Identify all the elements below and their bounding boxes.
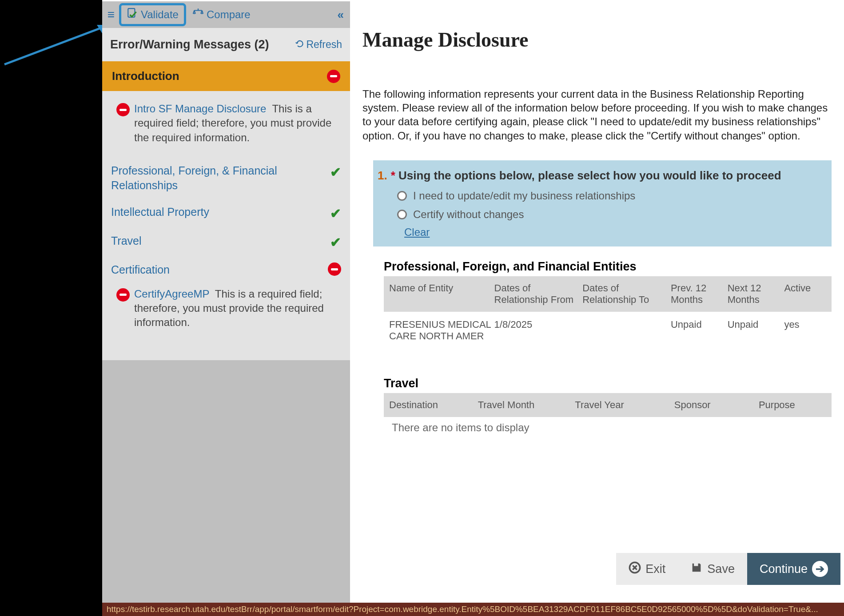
sidebar-body: Intro SF Manage Disclosure This is a req… [102,91,350,360]
intro-text: The following information represents you… [362,87,832,143]
refresh-icon [295,39,304,51]
error-icon [328,262,341,276]
col-header: Purpose [759,399,826,411]
col-header: Dates of Relationship To [582,282,671,306]
col-header: Travel Month [478,399,575,411]
refresh-button[interactable]: Refresh [295,39,342,51]
col-header: Sponsor [674,399,759,411]
question-block: 1. * Using the options below, please sel… [373,160,832,246]
col-header: Next 12 Months [728,282,784,306]
continue-label: Continue [760,562,808,576]
radio-option-update[interactable]: I need to update/edit my business relati… [397,190,822,202]
travel-table: Destination Travel Month Travel Year Spo… [384,393,832,434]
required-star: * [391,169,395,182]
compare-button[interactable]: Compare [192,8,251,22]
radio-icon [397,191,407,201]
exit-button[interactable]: Exit [616,553,678,585]
sidebar-item-ip[interactable]: Intellectual Property ✔ [111,199,341,227]
continue-button[interactable]: Continue ➔ [747,553,840,585]
main-content: Manage Disclosure The following informat… [350,1,844,603]
sidebar-item-label: Certification [111,262,328,277]
radio-icon [397,210,407,219]
sidebar-item-travel[interactable]: Travel ✔ [111,227,341,256]
check-icon: ✔ [330,206,341,221]
sidebar-item-label: Travel [111,234,330,248]
left-black-margin [0,0,102,616]
cell: FRESENIUS MEDICAL CARE NORTH AMER [389,319,494,342]
cell: Unpaid [728,319,784,342]
cell: 1/8/2025 [494,319,583,342]
save-icon [690,561,703,577]
question-number: 1. [378,168,387,183]
table-row[interactable]: FRESENIUS MEDICAL CARE NORTH AMER 1/8/20… [384,312,832,349]
radio-option-certify[interactable]: Certify without changes [397,208,822,221]
col-header: Destination [389,399,478,411]
travel-empty-message: There are no items to display [384,417,832,434]
check-icon: ✔ [330,234,341,250]
sidebar-toolbar: ≡ Validate Compare « [102,1,350,28]
clear-link[interactable]: Clear [404,226,430,238]
col-header: Prev. 12 Months [671,282,728,306]
status-bar: https://testirb.research.utah.edu/testBr… [102,603,844,616]
refresh-label: Refresh [306,39,342,51]
pfe-section-title: Professional, Foreign, and Financial Ent… [384,260,832,274]
menu-icon[interactable]: ≡ [102,1,120,28]
radio-label: Certify without changes [413,208,524,221]
close-circle-icon [629,561,641,577]
col-header: Active [784,282,826,306]
error-detail-certification: CertifyAgreeMP This is a required field;… [116,287,341,330]
table-header-row: Name of Entity Dates of Relationship Fro… [384,276,832,312]
col-header: Travel Year [575,399,674,411]
error-icon [327,70,340,83]
pfe-table: Name of Entity Dates of Relationship Fro… [384,276,832,349]
footer-buttons: Exit Save Continue ➔ [616,553,840,585]
cell [582,319,671,342]
exit-label: Exit [645,562,665,576]
status-url: https://testirb.research.utah.edu/testBr… [107,604,818,614]
check-icon: ✔ [330,164,341,180]
sidebar-section-introduction[interactable]: Introduction [102,61,350,91]
error-detail-intro: Intro SF Manage Disclosure This is a req… [116,102,341,145]
sidebar-item-label: Intellectual Property [111,205,330,219]
page-title: Manage Disclosure [362,28,832,52]
save-button[interactable]: Save [678,553,747,585]
save-label: Save [707,562,735,576]
error-name[interactable]: Intro SF Manage Disclosure [134,103,266,115]
radio-label: I need to update/edit my business relati… [413,190,635,202]
sidebar-item-professional[interactable]: Professional, Foreign, & Financial Relat… [111,157,341,199]
validate-icon [127,8,138,22]
validate-button[interactable]: Validate [119,3,186,26]
error-name[interactable]: CertifyAgreeMP [134,288,209,300]
question-heading: 1. * Using the options below, please sel… [378,168,822,183]
sidebar: Error/Warning Messages (2) Refresh Intro… [102,28,350,603]
col-header: Dates of Relationship From [494,282,583,306]
sidebar-item-certification[interactable]: Certification [111,256,341,283]
sidebar-header: Error/Warning Messages (2) Refresh [102,28,350,61]
question-text: Using the options below, please select h… [398,169,781,182]
cell: Unpaid [671,319,728,342]
error-icon [116,103,130,116]
travel-section-title: Travel [384,377,832,390]
arrow-right-icon: ➔ [812,561,828,577]
cell: yes [784,319,826,342]
sidebar-item-label: Professional, Foreign, & Financial Relat… [111,163,330,192]
sidebar-title: Error/Warning Messages (2) [110,38,295,52]
compare-icon [192,8,204,22]
collapse-sidebar-icon[interactable]: « [338,8,344,22]
table-header-row: Destination Travel Month Travel Year Spo… [384,393,832,417]
col-header: Name of Entity [389,282,494,306]
compare-label: Compare [207,8,251,21]
validate-label: Validate [141,8,179,21]
error-icon [116,288,130,302]
introduction-label: Introduction [112,69,327,83]
